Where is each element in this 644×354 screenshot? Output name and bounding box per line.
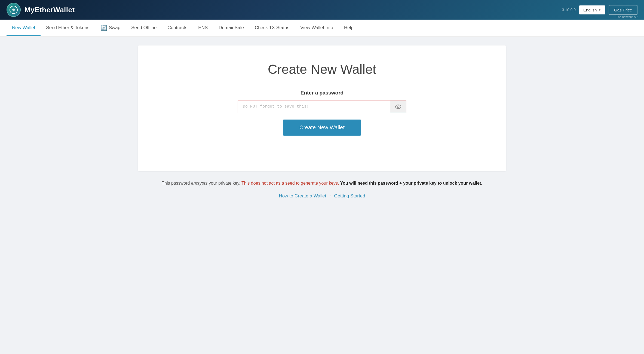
link-separator: ·: [330, 193, 331, 199]
nav-item-domainsale[interactable]: DomainSale: [213, 20, 249, 36]
info-text-part2: your private key.: [207, 181, 241, 185]
version-label: 3.10.9.9: [562, 8, 576, 12]
main-content: Create New Wallet Enter a password Creat…: [131, 37, 513, 180]
navigation: New Wallet Send Ether & Tokens 🔄 Swap Se…: [0, 20, 644, 37]
swap-icon: 🔄: [100, 25, 107, 31]
getting-started-link[interactable]: Getting Started: [334, 193, 365, 199]
svg-point-1: [395, 105, 401, 109]
password-input-wrap: [238, 100, 406, 113]
info-section: This password encrypts your private key.…: [131, 180, 513, 207]
gas-price-button[interactable]: Gas Price: [609, 5, 637, 15]
logo-area: MyEtherWallet: [7, 3, 75, 17]
eye-icon: [395, 104, 401, 109]
nav-item-send-offline[interactable]: Send Offline: [126, 20, 162, 36]
nav-item-view-wallet[interactable]: View Wallet Info: [295, 20, 339, 36]
password-input[interactable]: [238, 100, 390, 113]
header: MyEtherWallet 3.10.9.9 English Gas Price…: [0, 0, 644, 20]
nav-item-swap[interactable]: 🔄 Swap: [95, 20, 126, 37]
toggle-password-button[interactable]: [390, 100, 406, 113]
header-right: 3.10.9.9 English Gas Price: [562, 5, 637, 15]
create-wallet-card: Create New Wallet Enter a password Creat…: [138, 45, 506, 171]
links-row: How to Create a Wallet · Getting Started: [138, 193, 506, 199]
nav-item-new-wallet[interactable]: New Wallet: [7, 20, 41, 36]
network-status: The network is r: [616, 15, 637, 19]
svg-point-2: [397, 106, 399, 108]
password-label: Enter a password: [149, 90, 495, 96]
page-title: Create New Wallet: [149, 62, 495, 77]
nav-item-check-tx[interactable]: Check TX Status: [249, 20, 295, 36]
how-to-link[interactable]: How to Create a Wallet: [279, 193, 326, 199]
logo-icon: [7, 3, 21, 17]
create-wallet-button[interactable]: Create New Wallet: [283, 120, 361, 136]
app-title: MyEtherWallet: [24, 6, 75, 14]
nav-item-help[interactable]: Help: [339, 20, 359, 36]
language-button[interactable]: English: [579, 5, 605, 14]
info-text-red: This does not act as a seed to generate …: [241, 181, 339, 185]
nav-item-contracts[interactable]: Contracts: [162, 20, 193, 36]
password-row: [149, 100, 495, 113]
info-text-italic: encrypts: [191, 181, 207, 185]
nav-item-send-ether[interactable]: Send Ether & Tokens: [41, 20, 95, 36]
info-text-bold: You will need this password + your priva…: [339, 181, 482, 185]
info-text: This password encrypts your private key.…: [138, 180, 506, 187]
info-text-part1: This password: [162, 181, 191, 185]
nav-item-ens[interactable]: ENS: [193, 20, 213, 36]
